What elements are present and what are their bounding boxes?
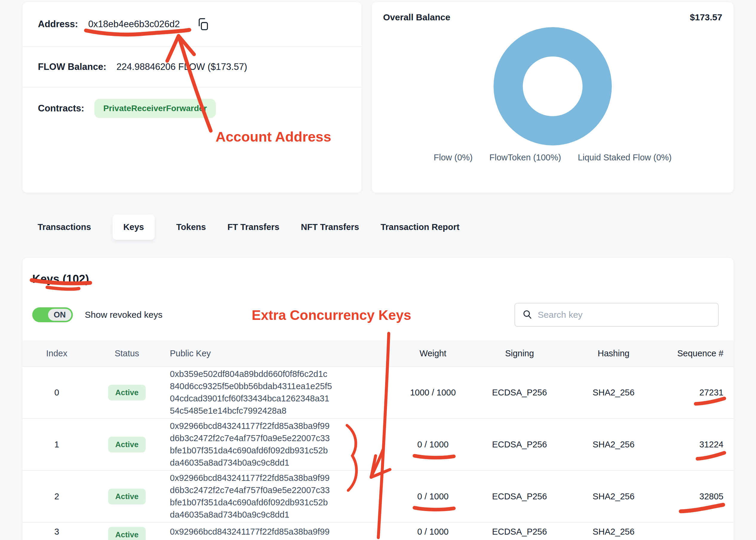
key-signing: ECDSA_P256	[470, 388, 569, 398]
legend-liquid-staked: Liquid Staked Flow (0%)	[578, 153, 672, 163]
col-status: Status	[91, 348, 163, 358]
key-weight: 1000 / 1000	[396, 388, 470, 398]
col-sequence: Sequence #	[658, 348, 734, 358]
account-info-card: Address: 0x18eb4ee6b3c026d2 FLOW Balance…	[22, 2, 362, 193]
search-key-box	[514, 303, 719, 327]
key-signing: ECDSA_P256	[470, 440, 569, 450]
key-weight: 0 / 1000	[396, 491, 470, 501]
copy-address-button[interactable]	[196, 18, 210, 31]
tab-bar: Transactions Keys Tokens FT Transfers NF…	[38, 213, 756, 241]
keys-panel: Keys (102) ON Show revoked keys	[22, 257, 734, 540]
key-signing: ECDSA_P256	[470, 491, 569, 501]
public-key: 0xb359e502df804a89bdd660f0f8f6c2d1c 840d…	[163, 368, 396, 417]
keys-heading: Keys (102)	[32, 273, 734, 286]
key-index: 2	[22, 491, 91, 501]
keys-table: Index Status Public Key Weight Signing H…	[22, 340, 734, 540]
status-badge: Active	[108, 527, 146, 540]
tab-transaction-report[interactable]: Transaction Report	[381, 222, 460, 232]
key-weight: 0 / 1000	[396, 527, 470, 537]
public-key: 0x92966bcd843241177f22fd85a38ba9f99 d6b3…	[163, 420, 396, 469]
table-row: 0 Active 0xb359e502df804a89bdd660f0f8f6c…	[22, 366, 734, 418]
flow-balance-value: 224.98846206 FLOW ($173.57)	[116, 62, 247, 72]
tab-nft-transfers[interactable]: NFT Transfers	[301, 222, 359, 232]
tab-transactions[interactable]: Transactions	[38, 222, 91, 232]
toggle-knob: ON	[48, 309, 71, 321]
search-key-input[interactable]	[538, 310, 711, 320]
table-row: 2 Active 0x92966bcd843241177f22fd85a38ba…	[22, 470, 734, 522]
flow-balance-label: FLOW Balance:	[38, 62, 106, 72]
legend-flow: Flow (0%)	[434, 153, 473, 163]
show-revoked-keys-toggle[interactable]: ON	[32, 307, 73, 322]
search-icon	[522, 309, 532, 321]
key-hashing: SHA2_256	[569, 388, 658, 398]
account-page: Address: 0x18eb4ee6b3c026d2 FLOW Balance…	[0, 0, 756, 540]
public-key: 0x92966bcd843241177f22fd85a38ba9f99 d6b3…	[163, 472, 396, 521]
balance-total: $173.57	[690, 12, 722, 22]
legend-flowtoken: FlowToken (100%)	[489, 153, 561, 163]
tab-ft-transfers[interactable]: FT Transfers	[228, 222, 279, 232]
overall-balance-card: Overall Balance $173.57 Flow (0%) FlowTo…	[372, 2, 734, 193]
address-value: 0x18eb4ee6b3c026d2	[88, 19, 180, 30]
key-index: 0	[22, 388, 91, 398]
key-weight: 0 / 1000	[396, 440, 470, 450]
table-row: 1 Active 0x92966bcd843241177f22fd85a38ba…	[22, 418, 734, 470]
table-row: 3 Active 0x92966bcd843241177f22fd85a38ba…	[22, 522, 734, 540]
balance-card-title: Overall Balance	[383, 12, 450, 22]
key-index: 1	[22, 440, 91, 450]
contract-badge[interactable]: PrivateReceiverForwarder	[94, 99, 216, 118]
key-signing: ECDSA_P256	[470, 527, 569, 537]
donut-legend: Flow (0%) FlowToken (100%) Liquid Staked…	[383, 153, 722, 163]
key-sequence: 27231	[658, 388, 734, 398]
balance-donut-chart	[493, 27, 612, 145]
col-index: Index	[22, 348, 91, 358]
tab-tokens[interactable]: Tokens	[176, 222, 206, 232]
key-hashing: SHA2_256	[569, 527, 658, 537]
tab-keys[interactable]: Keys	[113, 214, 155, 240]
col-hashing: Hashing	[569, 348, 658, 358]
public-key: 0x92966bcd843241177f22fd85a38ba9f99 d6b3…	[163, 526, 396, 540]
key-hashing: SHA2_256	[569, 440, 658, 450]
col-signing: Signing	[470, 348, 569, 358]
key-sequence: 32805	[658, 491, 734, 501]
status-badge: Active	[108, 385, 146, 401]
table-header-row: Index Status Public Key Weight Signing H…	[22, 340, 734, 366]
status-badge: Active	[108, 437, 146, 453]
copy-icon	[196, 27, 210, 32]
col-public-key: Public Key	[163, 347, 396, 359]
status-badge: Active	[108, 489, 146, 504]
key-sequence: 31224	[658, 440, 734, 450]
key-hashing: SHA2_256	[569, 491, 658, 501]
address-label: Address:	[38, 19, 78, 30]
contracts-label: Contracts:	[38, 103, 84, 114]
key-index: 3	[22, 527, 91, 537]
col-weight: Weight	[396, 348, 470, 358]
show-revoked-keys-label: Show revoked keys	[85, 310, 162, 320]
